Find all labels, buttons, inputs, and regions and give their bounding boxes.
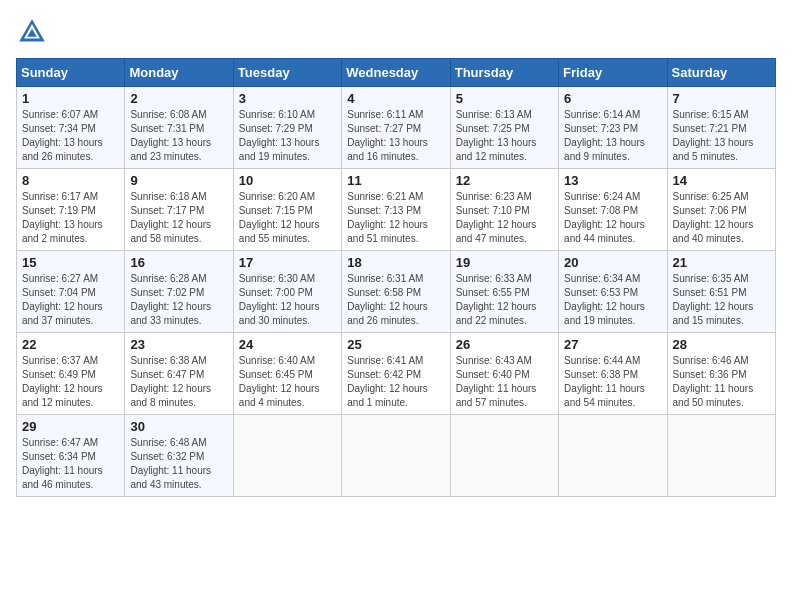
calendar-cell: 8Sunrise: 6:17 AM Sunset: 7:19 PM Daylig…: [17, 169, 125, 251]
calendar-cell: 3Sunrise: 6:10 AM Sunset: 7:29 PM Daylig…: [233, 87, 341, 169]
day-info: Sunrise: 6:44 AM Sunset: 6:38 PM Dayligh…: [564, 354, 661, 410]
day-number: 17: [239, 255, 336, 270]
day-info: Sunrise: 6:33 AM Sunset: 6:55 PM Dayligh…: [456, 272, 553, 328]
weekday-header-sunday: Sunday: [17, 59, 125, 87]
day-number: 29: [22, 419, 119, 434]
weekday-header-row: SundayMondayTuesdayWednesdayThursdayFrid…: [17, 59, 776, 87]
calendar-cell: [559, 415, 667, 497]
day-info: Sunrise: 6:23 AM Sunset: 7:10 PM Dayligh…: [456, 190, 553, 246]
day-info: Sunrise: 6:17 AM Sunset: 7:19 PM Dayligh…: [22, 190, 119, 246]
calendar-week-row: 22Sunrise: 6:37 AM Sunset: 6:49 PM Dayli…: [17, 333, 776, 415]
day-info: Sunrise: 6:28 AM Sunset: 7:02 PM Dayligh…: [130, 272, 227, 328]
day-info: Sunrise: 6:25 AM Sunset: 7:06 PM Dayligh…: [673, 190, 770, 246]
day-info: Sunrise: 6:10 AM Sunset: 7:29 PM Dayligh…: [239, 108, 336, 164]
weekday-header-monday: Monday: [125, 59, 233, 87]
calendar-cell: 11Sunrise: 6:21 AM Sunset: 7:13 PM Dayli…: [342, 169, 450, 251]
day-info: Sunrise: 6:31 AM Sunset: 6:58 PM Dayligh…: [347, 272, 444, 328]
day-number: 9: [130, 173, 227, 188]
weekday-header-wednesday: Wednesday: [342, 59, 450, 87]
calendar-cell: 16Sunrise: 6:28 AM Sunset: 7:02 PM Dayli…: [125, 251, 233, 333]
calendar-cell: 30Sunrise: 6:48 AM Sunset: 6:32 PM Dayli…: [125, 415, 233, 497]
day-info: Sunrise: 6:48 AM Sunset: 6:32 PM Dayligh…: [130, 436, 227, 492]
day-info: Sunrise: 6:20 AM Sunset: 7:15 PM Dayligh…: [239, 190, 336, 246]
calendar-cell: 10Sunrise: 6:20 AM Sunset: 7:15 PM Dayli…: [233, 169, 341, 251]
day-number: 21: [673, 255, 770, 270]
day-info: Sunrise: 6:24 AM Sunset: 7:08 PM Dayligh…: [564, 190, 661, 246]
day-info: Sunrise: 6:41 AM Sunset: 6:42 PM Dayligh…: [347, 354, 444, 410]
calendar-cell: 12Sunrise: 6:23 AM Sunset: 7:10 PM Dayli…: [450, 169, 558, 251]
calendar-cell: 28Sunrise: 6:46 AM Sunset: 6:36 PM Dayli…: [667, 333, 775, 415]
day-info: Sunrise: 6:38 AM Sunset: 6:47 PM Dayligh…: [130, 354, 227, 410]
day-info: Sunrise: 6:21 AM Sunset: 7:13 PM Dayligh…: [347, 190, 444, 246]
page-header: [16, 16, 776, 48]
calendar-cell: 7Sunrise: 6:15 AM Sunset: 7:21 PM Daylig…: [667, 87, 775, 169]
day-info: Sunrise: 6:43 AM Sunset: 6:40 PM Dayligh…: [456, 354, 553, 410]
day-info: Sunrise: 6:35 AM Sunset: 6:51 PM Dayligh…: [673, 272, 770, 328]
day-info: Sunrise: 6:46 AM Sunset: 6:36 PM Dayligh…: [673, 354, 770, 410]
calendar-cell: 25Sunrise: 6:41 AM Sunset: 6:42 PM Dayli…: [342, 333, 450, 415]
day-info: Sunrise: 6:18 AM Sunset: 7:17 PM Dayligh…: [130, 190, 227, 246]
day-info: Sunrise: 6:07 AM Sunset: 7:34 PM Dayligh…: [22, 108, 119, 164]
day-number: 5: [456, 91, 553, 106]
calendar-week-row: 8Sunrise: 6:17 AM Sunset: 7:19 PM Daylig…: [17, 169, 776, 251]
calendar-cell: 26Sunrise: 6:43 AM Sunset: 6:40 PM Dayli…: [450, 333, 558, 415]
calendar-cell: [233, 415, 341, 497]
day-number: 30: [130, 419, 227, 434]
calendar-cell: [667, 415, 775, 497]
calendar-cell: 27Sunrise: 6:44 AM Sunset: 6:38 PM Dayli…: [559, 333, 667, 415]
day-number: 3: [239, 91, 336, 106]
day-number: 19: [456, 255, 553, 270]
calendar-cell: 23Sunrise: 6:38 AM Sunset: 6:47 PM Dayli…: [125, 333, 233, 415]
day-number: 16: [130, 255, 227, 270]
day-number: 14: [673, 173, 770, 188]
day-number: 1: [22, 91, 119, 106]
day-number: 13: [564, 173, 661, 188]
calendar-cell: 6Sunrise: 6:14 AM Sunset: 7:23 PM Daylig…: [559, 87, 667, 169]
day-number: 8: [22, 173, 119, 188]
day-number: 11: [347, 173, 444, 188]
calendar-cell: 15Sunrise: 6:27 AM Sunset: 7:04 PM Dayli…: [17, 251, 125, 333]
weekday-header-friday: Friday: [559, 59, 667, 87]
day-number: 24: [239, 337, 336, 352]
day-info: Sunrise: 6:40 AM Sunset: 6:45 PM Dayligh…: [239, 354, 336, 410]
day-info: Sunrise: 6:11 AM Sunset: 7:27 PM Dayligh…: [347, 108, 444, 164]
day-info: Sunrise: 6:47 AM Sunset: 6:34 PM Dayligh…: [22, 436, 119, 492]
calendar-cell: [342, 415, 450, 497]
calendar-cell: 9Sunrise: 6:18 AM Sunset: 7:17 PM Daylig…: [125, 169, 233, 251]
calendar-cell: 14Sunrise: 6:25 AM Sunset: 7:06 PM Dayli…: [667, 169, 775, 251]
calendar-cell: 5Sunrise: 6:13 AM Sunset: 7:25 PM Daylig…: [450, 87, 558, 169]
calendar-cell: 4Sunrise: 6:11 AM Sunset: 7:27 PM Daylig…: [342, 87, 450, 169]
calendar-cell: 19Sunrise: 6:33 AM Sunset: 6:55 PM Dayli…: [450, 251, 558, 333]
day-info: Sunrise: 6:14 AM Sunset: 7:23 PM Dayligh…: [564, 108, 661, 164]
day-number: 7: [673, 91, 770, 106]
day-number: 25: [347, 337, 444, 352]
calendar-cell: 21Sunrise: 6:35 AM Sunset: 6:51 PM Dayli…: [667, 251, 775, 333]
calendar-cell: 20Sunrise: 6:34 AM Sunset: 6:53 PM Dayli…: [559, 251, 667, 333]
day-number: 6: [564, 91, 661, 106]
calendar-cell: 13Sunrise: 6:24 AM Sunset: 7:08 PM Dayli…: [559, 169, 667, 251]
calendar-cell: 1Sunrise: 6:07 AM Sunset: 7:34 PM Daylig…: [17, 87, 125, 169]
calendar-cell: 22Sunrise: 6:37 AM Sunset: 6:49 PM Dayli…: [17, 333, 125, 415]
day-number: 23: [130, 337, 227, 352]
day-number: 26: [456, 337, 553, 352]
day-info: Sunrise: 6:08 AM Sunset: 7:31 PM Dayligh…: [130, 108, 227, 164]
calendar-week-row: 15Sunrise: 6:27 AM Sunset: 7:04 PM Dayli…: [17, 251, 776, 333]
logo: [16, 16, 52, 48]
day-number: 27: [564, 337, 661, 352]
day-number: 2: [130, 91, 227, 106]
day-info: Sunrise: 6:15 AM Sunset: 7:21 PM Dayligh…: [673, 108, 770, 164]
calendar-cell: 17Sunrise: 6:30 AM Sunset: 7:00 PM Dayli…: [233, 251, 341, 333]
calendar-table: SundayMondayTuesdayWednesdayThursdayFrid…: [16, 58, 776, 497]
day-info: Sunrise: 6:34 AM Sunset: 6:53 PM Dayligh…: [564, 272, 661, 328]
logo-icon: [16, 16, 48, 48]
calendar-week-row: 1Sunrise: 6:07 AM Sunset: 7:34 PM Daylig…: [17, 87, 776, 169]
day-number: 22: [22, 337, 119, 352]
day-number: 12: [456, 173, 553, 188]
day-info: Sunrise: 6:27 AM Sunset: 7:04 PM Dayligh…: [22, 272, 119, 328]
calendar-cell: 2Sunrise: 6:08 AM Sunset: 7:31 PM Daylig…: [125, 87, 233, 169]
day-number: 18: [347, 255, 444, 270]
day-info: Sunrise: 6:13 AM Sunset: 7:25 PM Dayligh…: [456, 108, 553, 164]
calendar-week-row: 29Sunrise: 6:47 AM Sunset: 6:34 PM Dayli…: [17, 415, 776, 497]
day-info: Sunrise: 6:30 AM Sunset: 7:00 PM Dayligh…: [239, 272, 336, 328]
day-number: 4: [347, 91, 444, 106]
